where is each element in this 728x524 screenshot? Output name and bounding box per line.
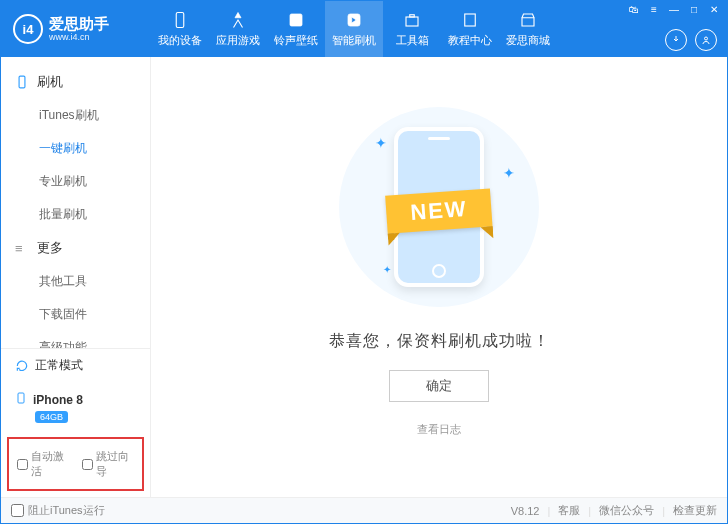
minimize-icon[interactable]: — xyxy=(667,4,681,15)
nav-label: 爱思商城 xyxy=(506,33,550,48)
option-label: 跳过向导 xyxy=(96,449,135,479)
success-illustration: ✦ ✦ ✦ NEW xyxy=(339,107,539,307)
sidebar-item-advanced[interactable]: 高级功能 xyxy=(1,331,150,348)
view-log-link[interactable]: 查看日志 xyxy=(417,422,461,437)
sidebar-bottom: 正常模式 iPhone 8 64GB 自动激活 xyxy=(1,348,150,497)
option-label: 自动激活 xyxy=(31,449,70,479)
sidebar: 刷机 iTunes刷机 一键刷机 专业刷机 批量刷机 ≡ 更多 其他工具 下载固… xyxy=(1,57,151,497)
logo-icon: i4 xyxy=(13,14,43,44)
top-nav: 我的设备 应用游戏 铃声壁纸 智能刷机 工具箱 教程中心 xyxy=(151,1,557,57)
svg-rect-5 xyxy=(465,14,476,26)
nav-label: 应用游戏 xyxy=(216,33,260,48)
main-content: ✦ ✦ ✦ NEW 恭喜您，保资料刷机成功啦！ 确定 查看日志 xyxy=(151,57,727,497)
nav-label: 智能刷机 xyxy=(332,33,376,48)
store-icon xyxy=(519,10,537,30)
body: 刷机 iTunes刷机 一键刷机 专业刷机 批量刷机 ≡ 更多 其他工具 下载固… xyxy=(1,57,727,497)
new-ribbon: NEW xyxy=(385,188,493,233)
nav-toolbox[interactable]: 工具箱 xyxy=(383,1,441,57)
group-title: 更多 xyxy=(37,239,63,257)
device-info[interactable]: iPhone 8 64GB xyxy=(1,382,150,431)
sidebar-item-onekey-flash[interactable]: 一键刷机 xyxy=(1,132,150,165)
separator: | xyxy=(662,505,665,517)
sidebar-item-batch-flash[interactable]: 批量刷机 xyxy=(1,198,150,231)
nav-my-device[interactable]: 我的设备 xyxy=(151,1,209,57)
sparkle-icon: ✦ xyxy=(375,135,387,151)
logo-block: i4 爱思助手 www.i4.cn xyxy=(1,14,151,44)
sidebar-group-more: ≡ 更多 xyxy=(1,231,150,265)
svg-rect-8 xyxy=(18,393,24,403)
cart-icon[interactable]: 🛍 xyxy=(627,4,641,15)
confirm-button[interactable]: 确定 xyxy=(389,370,489,402)
nav-smart-flash[interactable]: 智能刷机 xyxy=(325,1,383,57)
check-update-link[interactable]: 检查更新 xyxy=(673,503,717,518)
sidebar-item-other-tools[interactable]: 其他工具 xyxy=(1,265,150,298)
download-button[interactable] xyxy=(665,29,687,51)
skip-guide-checkbox[interactable] xyxy=(82,459,93,470)
nav-tutorials[interactable]: 教程中心 xyxy=(441,1,499,57)
user-button[interactable] xyxy=(695,29,717,51)
footer-right: V8.12 | 客服 | 微信公众号 | 检查更新 xyxy=(511,503,717,518)
option-auto-activate[interactable]: 自动激活 xyxy=(17,449,70,479)
close-icon[interactable]: ✕ xyxy=(707,4,721,15)
svg-point-6 xyxy=(705,37,708,40)
maximize-icon[interactable]: □ xyxy=(687,4,701,15)
refresh-icon xyxy=(15,359,29,373)
highlighted-options: 自动激活 跳过向导 xyxy=(7,437,144,491)
header-right-buttons xyxy=(665,29,717,51)
app-site: www.i4.cn xyxy=(49,33,109,42)
device-mode-status[interactable]: 正常模式 xyxy=(1,349,150,382)
device-capacity-badge: 64GB xyxy=(35,411,68,423)
svg-rect-4 xyxy=(410,15,415,17)
device-name: iPhone 8 xyxy=(33,393,83,407)
wechat-link[interactable]: 微信公众号 xyxy=(599,503,654,518)
app-name: 爱思助手 xyxy=(49,16,109,31)
nav-label: 我的设备 xyxy=(158,33,202,48)
sidebar-item-itunes-flash[interactable]: iTunes刷机 xyxy=(1,99,150,132)
app-window: i4 爱思助手 www.i4.cn 我的设备 应用游戏 铃声壁纸 智能刷机 xyxy=(0,0,728,524)
sidebar-item-pro-flash[interactable]: 专业刷机 xyxy=(1,165,150,198)
phone-icon xyxy=(15,75,31,89)
nav-apps-games[interactable]: 应用游戏 xyxy=(209,1,267,57)
separator: | xyxy=(588,505,591,517)
phone-icon xyxy=(15,390,27,409)
sparkle-icon: ✦ xyxy=(503,165,515,181)
nav-label: 铃声壁纸 xyxy=(274,33,318,48)
success-message: 恭喜您，保资料刷机成功啦！ xyxy=(329,331,550,352)
toolbox-icon xyxy=(403,10,421,30)
svg-rect-3 xyxy=(406,17,418,26)
menu-icon[interactable]: ≡ xyxy=(647,4,661,15)
nav-store[interactable]: 爱思商城 xyxy=(499,1,557,57)
block-itunes-checkbox[interactable] xyxy=(11,504,24,517)
customer-service-link[interactable]: 客服 xyxy=(558,503,580,518)
nav-label: 教程中心 xyxy=(448,33,492,48)
svg-rect-0 xyxy=(176,13,184,28)
wallpaper-icon xyxy=(287,10,305,30)
list-icon: ≡ xyxy=(15,241,31,256)
nav-label: 工具箱 xyxy=(396,33,429,48)
auto-activate-checkbox[interactable] xyxy=(17,459,28,470)
group-title: 刷机 xyxy=(37,73,63,91)
sidebar-item-download-firmware[interactable]: 下载固件 xyxy=(1,298,150,331)
status-text: 正常模式 xyxy=(35,357,83,374)
sparkle-icon: ✦ xyxy=(383,264,391,275)
separator: | xyxy=(547,505,550,517)
device-icon xyxy=(171,10,189,30)
svg-rect-1 xyxy=(290,14,302,26)
apps-icon xyxy=(229,10,247,30)
option-skip-guide[interactable]: 跳过向导 xyxy=(82,449,135,479)
sidebar-group-flash: 刷机 xyxy=(1,65,150,99)
block-itunes-option[interactable]: 阻止iTunes运行 xyxy=(11,503,105,518)
version-label: V8.12 xyxy=(511,505,540,517)
titlebar: i4 爱思助手 www.i4.cn 我的设备 应用游戏 铃声壁纸 智能刷机 xyxy=(1,1,727,57)
window-controls: 🛍 ≡ — □ ✕ xyxy=(627,4,721,15)
block-itunes-label: 阻止iTunes运行 xyxy=(28,503,105,518)
svg-rect-7 xyxy=(19,76,25,88)
statusbar: 阻止iTunes运行 V8.12 | 客服 | 微信公众号 | 检查更新 xyxy=(1,497,727,523)
book-icon xyxy=(461,10,479,30)
nav-ringtone-wallpaper[interactable]: 铃声壁纸 xyxy=(267,1,325,57)
flash-icon xyxy=(345,10,363,30)
